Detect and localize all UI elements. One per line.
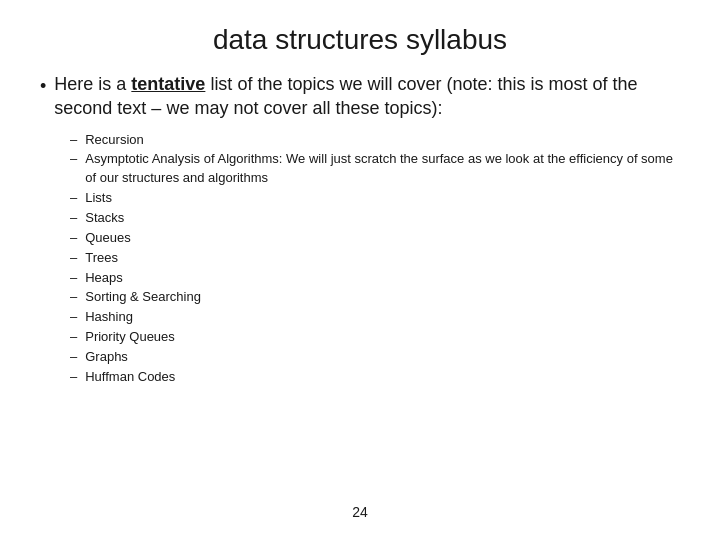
list-item: – Sorting & Searching	[70, 288, 680, 307]
list-item: – Recursion	[70, 131, 680, 150]
tentative-word: tentative	[131, 74, 205, 94]
item-text: Queues	[85, 229, 131, 248]
list-item: – Queues	[70, 229, 680, 248]
slide: data structures syllabus • Here is a ten…	[0, 0, 720, 540]
dash-icon: –	[70, 249, 77, 268]
list-item: – Huffman Codes	[70, 368, 680, 387]
item-text: Huffman Codes	[85, 368, 175, 387]
main-bullet-text: Here is a tentative list of the topics w…	[54, 72, 680, 121]
item-text: Sorting & Searching	[85, 288, 201, 307]
dash-icon: –	[70, 229, 77, 248]
dash-icon: –	[70, 269, 77, 288]
dash-icon: –	[70, 328, 77, 347]
sub-list: – Recursion – Asymptotic Analysis of Alg…	[70, 131, 680, 387]
item-text: Lists	[85, 189, 112, 208]
item-text: Hashing	[85, 308, 133, 327]
dash-icon: –	[70, 209, 77, 228]
item-text: Priority Queues	[85, 328, 175, 347]
item-text: Asymptotic Analysis of Algorithms: We wi…	[85, 150, 680, 188]
item-text: Recursion	[85, 131, 144, 150]
dash-icon: –	[70, 348, 77, 367]
bullet-dot: •	[40, 74, 46, 98]
dash-icon: –	[70, 131, 77, 150]
item-text: Trees	[85, 249, 118, 268]
list-item: – Lists	[70, 189, 680, 208]
list-item: – Priority Queues	[70, 328, 680, 347]
dash-icon: –	[70, 368, 77, 387]
main-bullet: • Here is a tentative list of the topics…	[40, 72, 680, 121]
list-item: – Heaps	[70, 269, 680, 288]
list-item: – Stacks	[70, 209, 680, 228]
slide-title: data structures syllabus	[40, 24, 680, 56]
dash-icon: –	[70, 150, 77, 169]
list-item: – Hashing	[70, 308, 680, 327]
list-item: – Graphs	[70, 348, 680, 367]
item-text: Graphs	[85, 348, 128, 367]
dash-icon: –	[70, 308, 77, 327]
list-item: – Trees	[70, 249, 680, 268]
list-item: – Asymptotic Analysis of Algorithms: We …	[70, 150, 680, 188]
page-number: 24	[40, 498, 680, 520]
item-text: Stacks	[85, 209, 124, 228]
dash-icon: –	[70, 288, 77, 307]
dash-icon: –	[70, 189, 77, 208]
item-text: Heaps	[85, 269, 123, 288]
